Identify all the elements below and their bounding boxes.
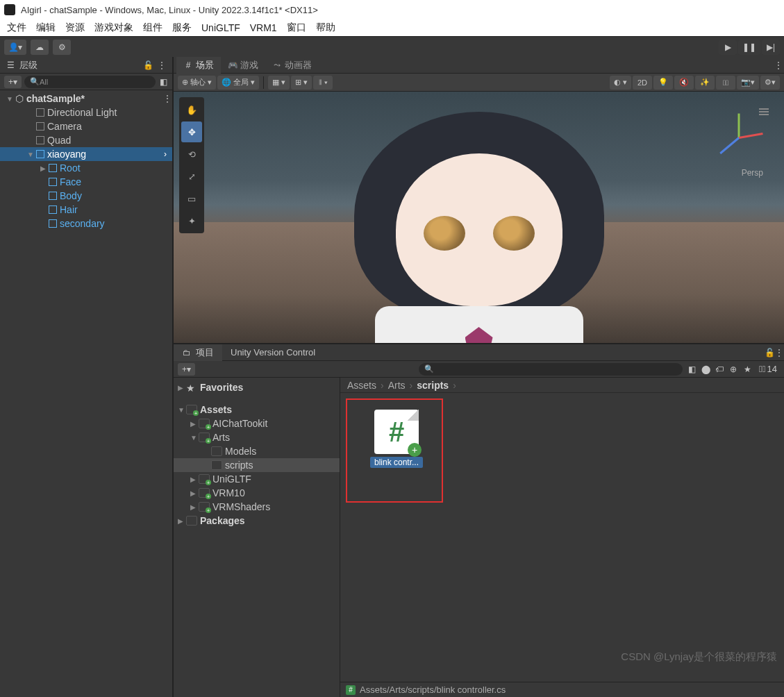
menu-file[interactable]: 文件 [7, 22, 26, 34]
project-tabs: 🗀项目 Unity Version Control 🔓 ⋮ [174, 344, 784, 361]
gameobject-icon [35, 121, 46, 132]
step-button[interactable]: ▶| [762, 40, 780, 55]
user-icon: 👤 [8, 42, 18, 52]
pause-button[interactable]: ❚❚ [738, 40, 760, 55]
rect-tool[interactable]: ▭ [181, 188, 202, 209]
tab-kebab-icon[interactable]: ⋮ [773, 60, 784, 70]
gizmos-dropdown[interactable]: ⚙▾ [760, 76, 780, 90]
asset-item[interactable]: # + blink contr... [365, 410, 428, 468]
scene-vis-icon[interactable]: ◧ [158, 77, 168, 87]
axis-y[interactable] [738, 114, 740, 138]
menu-vrm1[interactable]: VRM1 [250, 22, 277, 33]
orientation-gizmo[interactable] [708, 106, 770, 168]
scene-character-model[interactable] [333, 112, 625, 343]
hierarchy-search-input[interactable]: 🔍 All [24, 76, 156, 88]
save-search-icon[interactable]: ⊕ [728, 364, 738, 374]
favorites-row[interactable]: ▶ ★ Favorites [174, 380, 340, 394]
new-badge-icon: + [408, 443, 422, 457]
menu-assets[interactable]: 资源 [65, 22, 85, 34]
hierarchy-item-hair[interactable]: Hair [0, 203, 172, 217]
menu-gameobject[interactable]: 游戏对象 [94, 22, 133, 34]
lighting-toggle[interactable]: 💡 [653, 76, 673, 90]
axis-x[interactable] [739, 133, 763, 139]
audio-toggle[interactable]: 🔇 [674, 76, 694, 90]
favorite-icon[interactable]: ★ [742, 364, 752, 374]
tab-scene[interactable]: #场景 [176, 57, 221, 74]
hierarchy-item-secondary[interactable]: secondary [0, 217, 172, 230]
project-add-button[interactable]: +▾ [178, 363, 195, 376]
snap-button[interactable]: ⊞ ▾ [291, 76, 312, 90]
rotate-tool[interactable]: ⟲ [181, 144, 202, 165]
play-button[interactable]: ▶ [719, 40, 737, 55]
camera-dropdown[interactable]: 📷▾ [737, 76, 759, 90]
scene-view[interactable]: ✋ ✥ ⟲ ⤢ ▭ ✦ Persp [174, 92, 784, 343]
prefab-open-icon[interactable]: › [162, 149, 172, 159]
hierarchy-item-camera[interactable]: Camera [0, 119, 172, 133]
gizmo-menu-icon[interactable] [759, 108, 769, 115]
crumb-arts[interactable]: Arts [388, 380, 406, 391]
menu-help[interactable]: 帮助 [316, 22, 335, 34]
project-folder-models[interactable]: Models [174, 444, 340, 458]
settings-button[interactable]: ⚙ [53, 40, 71, 55]
crumb-scripts[interactable]: scripts [417, 380, 449, 391]
tab-project[interactable]: 🗀项目 [174, 344, 222, 361]
assets-root-row[interactable]: ▼ + Assets [174, 403, 340, 417]
menu-component[interactable]: 组件 [143, 22, 162, 34]
scale-tool[interactable]: ⤢ [181, 166, 202, 187]
global-dropdown[interactable]: 🌐全局 ▾ [217, 76, 259, 90]
project-folder-arts[interactable]: ▼+Arts [174, 430, 340, 444]
lock-icon[interactable]: 🔓 [765, 348, 774, 358]
project-folder-aichattookit[interactable]: ▶+AIChatTookit [174, 417, 340, 430]
menu-services[interactable]: 服务 [172, 22, 192, 34]
asset-grid[interactable]: # + blink contr... CSDN @Lynjay是个很菜的程序猿 [340, 393, 784, 682]
packages-row[interactable]: ▶ Packages [174, 514, 340, 528]
fx-toggle[interactable]: ✨ [695, 76, 715, 90]
menu-window[interactable]: 窗口 [287, 22, 306, 34]
hierarchy-item-directional-light[interactable]: Directional Light [0, 106, 172, 119]
tab-game[interactable]: 🎮游戏 [221, 57, 265, 74]
hierarchy-item-root[interactable]: ▶Root [0, 161, 172, 175]
scene-root-row[interactable]: ▼ ⬡ chatSample* ⋮ [0, 92, 172, 106]
tab-animator[interactable]: ⤳动画器 [265, 57, 319, 74]
cloud-button[interactable]: ☁ [31, 40, 49, 55]
folder-icon [186, 516, 197, 526]
move-tool[interactable]: ✥ [181, 121, 202, 142]
account-dropdown[interactable]: 👤 ▾ [4, 40, 26, 55]
menu-unigltf[interactable]: UniGLTF [201, 22, 240, 33]
scene-kebab-icon[interactable]: ⋮ [162, 94, 172, 103]
project-folder-scripts[interactable]: scripts [174, 458, 340, 472]
hidden-toggle[interactable]: 👁⃠ [716, 76, 735, 90]
project-search-input[interactable]: 🔍 [419, 363, 683, 376]
transform-tool[interactable]: ✦ [181, 210, 202, 231]
project-folder-unigltf[interactable]: ▶+UniGLTF [174, 472, 340, 486]
perspective-label[interactable]: Persp [742, 168, 763, 178]
2d-toggle[interactable]: 2D [633, 76, 652, 90]
tab-uvc[interactable]: Unity Version Control [222, 344, 324, 361]
hierarchy-add-button[interactable]: +▾ [4, 76, 22, 88]
axis-z[interactable] [719, 137, 740, 154]
folder-icon [211, 446, 222, 456]
increment-snap-button[interactable]: ⦀ ▾ [313, 76, 333, 90]
gameobject-icon [47, 162, 58, 174]
kebab-icon[interactable]: ⋮ [157, 60, 167, 70]
proj-kebab-icon[interactable]: ⋮ [774, 348, 784, 358]
hand-tool[interactable]: ✋ [181, 99, 202, 120]
project-panel: 🗀项目 Unity Version Control 🔓 ⋮ +▾ 🔍 ◧ ⬤ 🏷… [174, 343, 784, 697]
project-folder-vrm10[interactable]: ▶+VRM10 [174, 486, 340, 500]
lock-icon[interactable]: 🔓 [143, 60, 153, 70]
hierarchy-item-body[interactable]: Body [0, 189, 172, 203]
menu-edit[interactable]: 编辑 [36, 22, 56, 34]
search-type-icon[interactable]: ◧ [687, 364, 697, 374]
folder-icon: + [199, 474, 210, 484]
hidden-items-toggle[interactable]: 👁⃠14 [756, 364, 780, 374]
hierarchy-item-quad[interactable]: Quad [0, 133, 172, 147]
shading-dropdown[interactable]: ◐ ▾ [610, 76, 631, 90]
project-folder-vrmshaders[interactable]: ▶+VRMShaders [174, 500, 340, 514]
pivot-dropdown[interactable]: ⊕轴心 ▾ [178, 76, 216, 90]
grid-snap-button[interactable]: ▦ ▾ [268, 76, 290, 90]
hierarchy-item-xiaoyang[interactable]: ▼xiaoyang› [0, 147, 172, 161]
hierarchy-item-face[interactable]: Face [0, 175, 172, 189]
filter-by-label-icon[interactable]: ⬤ [701, 364, 710, 374]
crumb-assets[interactable]: Assets [347, 380, 376, 391]
filter-by-type-icon[interactable]: 🏷 [715, 364, 724, 374]
